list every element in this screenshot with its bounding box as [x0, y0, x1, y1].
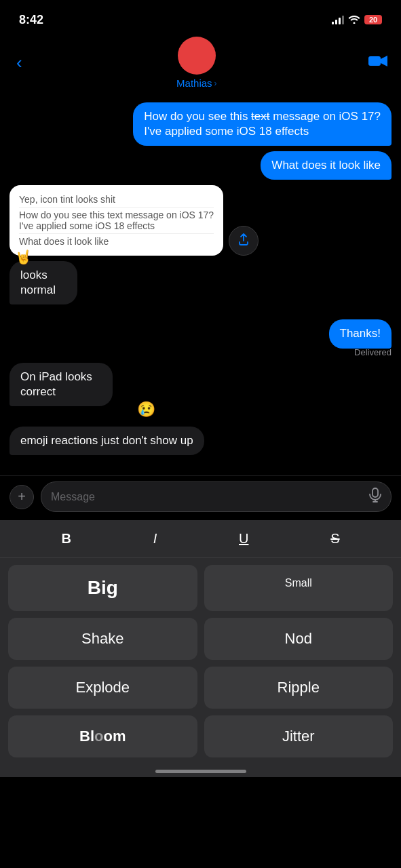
quote-share-row: Yep, icon tint looks shit How do you see… [9, 185, 392, 256]
keyboard-area: B I U S Big Small Shake Nod Explode Ripp… [0, 520, 401, 777]
underline-button[interactable]: U [232, 528, 255, 549]
bold-button[interactable]: B [54, 528, 77, 549]
wifi-icon [348, 14, 360, 26]
mic-button[interactable] [369, 488, 381, 506]
contact-info[interactable]: Mathias › [176, 37, 217, 89]
chevron-right-icon: › [214, 79, 217, 88]
quote-item-1: Yep, icon tint looks shit [19, 192, 214, 208]
message-input-container[interactable] [41, 481, 392, 512]
video-call-button[interactable] [368, 54, 387, 72]
signal-icon [332, 15, 344, 24]
received-message-emoji: emoji reactions just don't show up [9, 427, 204, 455]
strikethrough-button[interactable]: S [324, 528, 346, 549]
quote-item-2: How do you see this text message on iOS … [19, 208, 214, 234]
share-button[interactable] [229, 226, 259, 256]
share-icon [237, 233, 250, 249]
received-ipad-container: On iPad looks correct 😢 [9, 363, 142, 406]
italic-button[interactable]: I [147, 528, 164, 549]
shake-effect-button[interactable]: Shake [8, 618, 197, 660]
status-time: 8:42 [19, 13, 43, 27]
chat-header: ‹ Mathias › [0, 34, 401, 96]
home-bar [155, 770, 246, 773]
nod-effect-button[interactable]: Nod [204, 618, 394, 660]
received-message-looks-normal-container: 🤘 looks normal [9, 261, 96, 304]
explode-effect-button[interactable]: Explode [8, 667, 197, 709]
quoted-messages-block: Yep, icon tint looks shit How do you see… [9, 185, 223, 256]
quote-item-3: What does it look like [19, 234, 214, 249]
effects-grid: Big Small Shake Nod Explode Ripple Bloom… [0, 558, 401, 764]
status-bar: 8:42 20 [0, 0, 401, 34]
bloom-effect-button[interactable]: Bloom [8, 715, 197, 757]
home-indicator [0, 764, 401, 777]
svg-rect-0 [368, 56, 381, 66]
avatar [178, 37, 216, 75]
sent-message-thanks: Thanks! [329, 319, 392, 348]
battery-indicator: 20 [364, 15, 382, 24]
received-message-ipad: On iPad looks correct [9, 363, 113, 406]
sent-thanks-group: Thanks! Delivered [9, 319, 392, 357]
big-effect-button[interactable]: Big [8, 565, 197, 611]
small-effect-button[interactable]: Small [204, 565, 394, 611]
message-input-area: + [0, 475, 401, 520]
reaction-emoji-sad: 😢 [137, 401, 155, 418]
status-icons: 20 [332, 14, 382, 26]
ripple-effect-button[interactable]: Ripple [204, 667, 394, 709]
sent-message-2: What does it look like [261, 151, 392, 180]
add-button[interactable]: + [9, 485, 34, 509]
contact-name: Mathias › [176, 77, 217, 89]
chat-area: How do you see this text message on iOS … [0, 96, 401, 475]
reaction-emoji-rock: 🤘 [15, 249, 32, 265]
jitter-effect-button[interactable]: Jitter [204, 715, 394, 757]
delivered-label: Delivered [354, 347, 392, 357]
message-input[interactable] [51, 491, 364, 503]
format-toolbar: B I U S [0, 520, 401, 558]
svg-rect-1 [373, 488, 378, 497]
back-button[interactable]: ‹ [14, 50, 25, 76]
bloom-label: Bl [79, 728, 94, 745]
sent-message-1: How do you see this text message on iOS … [133, 102, 392, 146]
received-message-looks-normal: looks normal [9, 261, 77, 304]
